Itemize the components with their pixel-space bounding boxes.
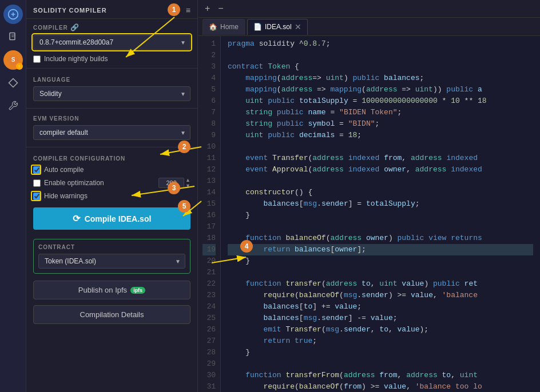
- compiler-version-select[interactable]: 0.8.7+commit.e28d00a7: [33, 35, 190, 50]
- tab-home[interactable]: 🏠 Home: [202, 19, 245, 35]
- code-line-6: uint public totalSupply = 10000000000000…: [228, 95, 533, 107]
- annotation-4: 4: [240, 240, 253, 253]
- compiler-config-label: COMPILER CONFIGURATION: [26, 151, 197, 164]
- compiler-section-label: COMPILER 🔗: [26, 19, 197, 34]
- code-line-5: mapping(address => mapping(address => ui…: [228, 84, 533, 95]
- hide-warnings-checkbox[interactable]: [33, 193, 41, 200]
- code-line-1: pragma solidity ^0.8.7;: [228, 38, 533, 50]
- sidebar-menu-icon[interactable]: ≡: [186, 6, 190, 15]
- code-line-19: return balances[owner];: [228, 244, 533, 255]
- contract-select-wrapper: Token (IDEA.sol) ▼: [38, 254, 185, 269]
- wrench-icon[interactable]: [3, 96, 23, 115]
- diamond-icon[interactable]: [3, 73, 23, 93]
- svg-marker-4: [9, 79, 17, 87]
- code-line-7: string public name = "BIDEN Token";: [228, 107, 533, 118]
- code-line-26: emit Transfer(msg.sender, to, value);: [228, 324, 533, 335]
- enable-optimization-label: Enable optimization: [44, 179, 104, 187]
- editor-area: + − 🏠 Home 📄 IDEA.sol ✕ 12345 678910 111…: [198, 0, 540, 392]
- file-icon: 📄: [253, 23, 262, 31]
- notification-badge: !: [16, 63, 23, 70]
- compiler-icon[interactable]: S !: [3, 50, 23, 70]
- contract-select[interactable]: Token (IDEA.sol): [38, 254, 185, 269]
- tab-idea-sol[interactable]: 📄 IDEA.sol ✕: [247, 19, 308, 35]
- code-line-15: balances[msg.sender] = totalSupply;: [228, 198, 533, 210]
- code-line-29: [228, 358, 533, 370]
- code-line-2: [228, 50, 533, 61]
- include-nightly-row: Include nightly builds: [26, 53, 197, 65]
- code-line-3: contract Token {: [228, 61, 533, 73]
- auto-compile-checkbox[interactable]: [33, 166, 41, 174]
- code-line-23: require(balanceOf(msg.sender) >= value, …: [228, 290, 533, 301]
- compile-btn-label: Compile IDEA.sol: [85, 214, 152, 223]
- enable-optimization-checkbox[interactable]: [33, 179, 41, 187]
- compilation-details-button[interactable]: Compilation Details: [33, 305, 190, 324]
- code-line-28: }: [228, 347, 533, 358]
- code-line-14: constructor() {: [228, 187, 533, 198]
- code-line-16: }: [228, 210, 533, 221]
- auto-compile-label: Auto compile: [44, 166, 84, 174]
- code-line-22: function transfer(address to, uint value…: [228, 278, 533, 290]
- zoom-out-button[interactable]: −: [216, 2, 225, 15]
- code-line-25: balances[msg.sender] -= value;: [228, 313, 533, 324]
- annotation-5: 5: [178, 200, 190, 213]
- annotation-3: 3: [168, 182, 180, 194]
- compiler-version-wrapper: 0.8.7+commit.e28d00a7 ▼: [33, 35, 190, 50]
- code-line-13: [228, 175, 533, 187]
- editor-tabs: 🏠 Home 📄 IDEA.sol ✕: [198, 18, 540, 36]
- editor-toolbar: + −: [198, 0, 540, 18]
- line-numbers: 12345 678910 1112131415 1617181920 21222…: [198, 36, 221, 392]
- home-icon: 🏠: [209, 23, 217, 31]
- code-line-11: event Transfer(address indexed from, add…: [228, 153, 533, 164]
- compile-icon: ⟳: [73, 213, 80, 224]
- auto-compile-row: Auto compile: [26, 164, 197, 175]
- compiler-sidebar: SOLIDITY COMPILER ≡ COMPILER 🔗 0.8.7+com…: [26, 0, 198, 392]
- language-section-label: LANGUAGE: [26, 72, 197, 85]
- language-select-wrapper: Solidity Yul ▼: [33, 86, 190, 101]
- code-editor: 12345 678910 1112131415 1617181920 21222…: [198, 36, 540, 392]
- code-line-10: [228, 141, 533, 153]
- code-line-17: [228, 221, 533, 233]
- code-line-12: event Approval(address indexed owner, ad…: [228, 164, 533, 175]
- activity-bar: S !: [0, 0, 26, 392]
- code-line-27: return true;: [228, 335, 533, 347]
- opt-down-arrow[interactable]: ▼: [185, 183, 190, 189]
- include-nightly-checkbox[interactable]: [33, 55, 41, 63]
- code-line-20: }: [228, 255, 533, 267]
- zoom-in-button[interactable]: +: [202, 2, 212, 15]
- annotation-2: 2: [178, 141, 190, 153]
- svg-text:S: S: [11, 57, 15, 63]
- code-line-21: [228, 267, 533, 278]
- hide-warnings-label: Hide warnings: [44, 192, 88, 200]
- compile-button[interactable]: ⟳ Compile IDEA.sol: [33, 207, 190, 230]
- publish-btn-label: Publish on Ipfs: [78, 286, 127, 294]
- code-content[interactable]: pragma solidity ^0.8.7; contract Token {…: [221, 36, 540, 392]
- contract-section: CONTRACT Token (IDEA.sol) ▼: [33, 239, 190, 274]
- code-line-9: uint public decimals = 18;: [228, 130, 533, 141]
- contract-label: CONTRACT: [38, 244, 185, 250]
- language-select[interactable]: Solidity Yul: [33, 86, 190, 101]
- evm-version-select[interactable]: compiler default berlin istanbul: [33, 125, 190, 140]
- sidebar-title: SOLIDITY COMPILER: [33, 7, 107, 14]
- annotation-1: 1: [168, 3, 180, 16]
- ipfs-badge: ipfs: [130, 287, 145, 294]
- opt-up-arrow[interactable]: ▲: [185, 177, 190, 183]
- publish-button[interactable]: Publish on Ipfs ipfs: [33, 281, 190, 299]
- include-nightly-label: Include nightly builds: [44, 55, 108, 63]
- logo-icon[interactable]: [3, 5, 23, 24]
- svg-rect-1: [10, 33, 15, 40]
- code-line-18: function balanceOf(address owner) public…: [228, 233, 533, 244]
- compiler-link-icon[interactable]: 🔗: [70, 23, 80, 31]
- evm-select-wrapper: compiler default berlin istanbul ▼: [33, 125, 190, 140]
- code-line-8: string public symbol = "BIDN";: [228, 118, 533, 130]
- files-icon[interactable]: [3, 27, 23, 47]
- code-line-31: require(balanceOf(from) >= value, 'balan…: [228, 381, 533, 392]
- code-line-4: mapping(address=> uint) public balances;: [228, 73, 533, 84]
- file-tab-label: IDEA.sol: [265, 23, 292, 31]
- tab-close-icon[interactable]: ✕: [295, 23, 301, 31]
- home-tab-label: Home: [220, 23, 239, 31]
- evm-section-label: EVM VERSION: [26, 112, 197, 124]
- code-line-30: function transferFrom(address from, addr…: [228, 370, 533, 381]
- code-line-24: balances[to] += value;: [228, 301, 533, 313]
